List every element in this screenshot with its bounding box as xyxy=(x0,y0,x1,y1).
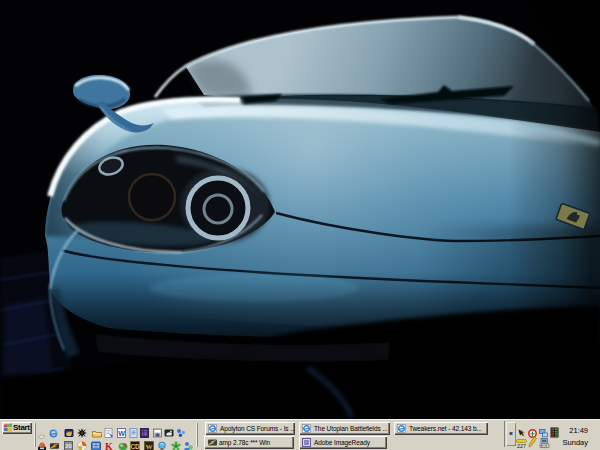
svg-text:CD: CD xyxy=(130,443,140,450)
svg-text:W: W xyxy=(118,430,125,437)
svg-text:K: K xyxy=(105,441,113,450)
svg-text:W: W xyxy=(146,443,153,450)
svg-text:20: 20 xyxy=(65,443,72,449)
svg-text:227: 227 xyxy=(517,443,526,449)
